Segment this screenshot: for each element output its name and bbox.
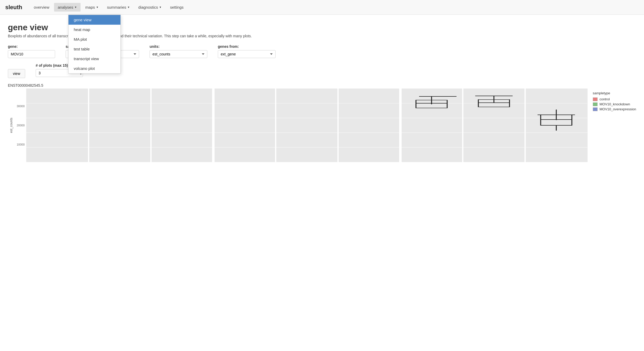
chart-area <box>26 89 588 162</box>
nav-label-maps: maps <box>85 5 95 9</box>
view-button[interactable]: view <box>8 69 25 78</box>
y-axis-label: est_counts <box>8 89 13 162</box>
nav-label-analyses: analyses <box>58 5 73 9</box>
y-ticks: 30000 20000 10000 <box>13 89 26 162</box>
y-tick-10000: 10000 <box>17 143 25 146</box>
dropdown-item-ma-plot[interactable]: MA plot <box>68 34 120 44</box>
diagnostics-dropdown-arrow: ▼ <box>159 6 162 9</box>
y-tick-20000: 20000 <box>17 124 25 127</box>
plot-transcript-id: ENST00000482545.5 <box>8 83 636 87</box>
maps-dropdown-arrow: ▼ <box>96 6 99 9</box>
legend-title: sampletype <box>593 91 636 95</box>
nav-label-summaries: summaries <box>107 5 126 9</box>
y-tick-30000: 30000 <box>17 105 25 108</box>
genes-from-control-group: genes from: ext_gene <box>218 44 276 58</box>
nav-label-settings: settings <box>170 5 184 9</box>
navbar: sleuth overview analyses ▼ maps ▼ summar… <box>0 0 644 15</box>
summaries-dropdown-arrow: ▼ <box>127 6 130 9</box>
nav-item-maps[interactable]: maps ▼ <box>82 3 102 12</box>
brand: sleuth <box>5 4 22 11</box>
nav-label-diagnostics: diagnostics <box>138 5 158 9</box>
dropdown-item-volcano-plot[interactable]: volcano plot <box>68 64 120 73</box>
gene-control-group: gene: <box>8 44 55 58</box>
legend-label-overexpression: MOV10_overexpression <box>600 107 636 111</box>
legend-swatch-knockdown <box>593 102 598 106</box>
nav-item-overview[interactable]: overview <box>30 3 53 12</box>
nav-items: overview analyses ▼ maps ▼ summaries ▼ d… <box>30 3 187 12</box>
nav-item-summaries[interactable]: summaries ▼ <box>103 3 134 12</box>
units-label: units: <box>150 44 207 49</box>
dropdown-item-gene-view[interactable]: gene view <box>68 15 120 25</box>
genes-from-select[interactable]: ext_gene <box>218 50 276 58</box>
dropdown-item-transcript-view[interactable]: transcript view <box>68 54 120 64</box>
plot-area: est_counts 30000 20000 10000 <box>8 89 636 162</box>
nav-item-diagnostics[interactable]: diagnostics ▼ <box>135 3 165 12</box>
dropdown-item-test-table[interactable]: test table <box>68 44 120 54</box>
legend-item-control: control <box>593 97 636 101</box>
gene-label: gene: <box>8 44 55 49</box>
nav-item-analyses[interactable]: analyses ▼ <box>54 3 81 12</box>
legend-label-control: control <box>600 97 610 101</box>
legend-swatch-overexpression <box>593 107 598 111</box>
legend-item-overexpression: MOV10_overexpression <box>593 107 636 111</box>
analyses-dropdown-arrow: ▼ <box>74 6 77 9</box>
gene-input[interactable] <box>8 50 55 58</box>
legend-item-knockdown: MOV10_knockdown <box>593 102 636 106</box>
legend-label-knockdown: MOV10_knockdown <box>600 102 630 106</box>
units-select[interactable]: est_counts <box>150 50 207 58</box>
plot-legend: sampletype control MOV10_knockdown MOV10… <box>593 89 636 162</box>
nav-item-settings[interactable]: settings <box>166 3 187 12</box>
analyses-dropdown-menu: gene view heat map MA plot test table tr… <box>68 15 121 74</box>
plot-container: ENST00000482545.5 est_counts 30000 20000… <box>8 83 636 162</box>
legend-swatch-control <box>593 97 598 101</box>
units-control-group: units: est_counts <box>150 44 207 58</box>
chart-svg <box>26 89 588 162</box>
genes-from-label: genes from: <box>218 44 276 49</box>
nav-label-overview: overview <box>34 5 49 9</box>
dropdown-item-heat-map[interactable]: heat map <box>68 25 120 34</box>
